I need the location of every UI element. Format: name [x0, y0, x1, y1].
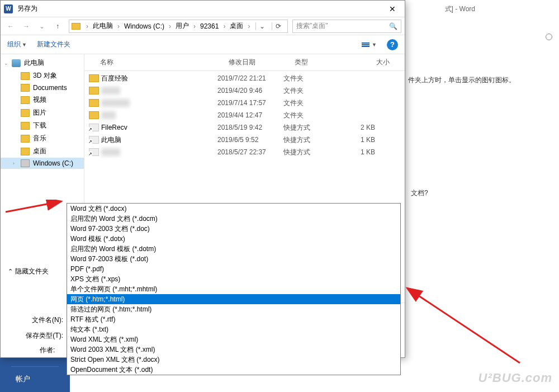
hide-folders-toggle[interactable]: ⌃ 隐藏文件夹	[8, 267, 49, 276]
folder-icon	[89, 87, 99, 95]
file-name: 百度经验	[101, 74, 128, 83]
file-type: 文件夹	[283, 86, 345, 96]
close-button[interactable]: ✕	[380, 1, 405, 17]
file-size: 1 KB	[345, 136, 378, 144]
file-size: 1 KB	[345, 148, 378, 156]
view-button[interactable]: ▼	[362, 42, 377, 48]
file-type: 文件夹	[283, 74, 345, 83]
breadcrumb-item[interactable]: 用户	[173, 21, 191, 31]
filetype-option[interactable]: Strict Open XML 文档 (*.docx)	[67, 355, 400, 365]
file-name: FileRecv	[101, 124, 127, 131]
filetype-label: 保存类型(T):	[6, 331, 67, 341]
file-row[interactable]: 此电脑2019/6/5 9:52快捷方式1 KB	[84, 134, 405, 146]
doc-question: 文档?	[411, 188, 428, 198]
breadcrumb-item[interactable]: 此电脑	[91, 21, 115, 31]
folder-icon	[72, 23, 80, 30]
folder-icon	[89, 111, 99, 119]
word-icon: W	[4, 4, 13, 13]
folder-icon	[21, 148, 30, 155]
file-row[interactable]: ███2019/4/4 12:47文件夹	[84, 109, 405, 121]
back-button[interactable]: ←	[4, 20, 17, 33]
link-icon	[89, 148, 99, 156]
file-type: 文件夹	[283, 98, 345, 108]
filetype-option[interactable]: Word XML 文档 (*.xml)	[67, 334, 400, 344]
tree-node[interactable]: 3D 对象	[1, 69, 84, 82]
file-name: ████	[101, 148, 120, 156]
filetype-option[interactable]: 筛选过的网页 (*.htm;*.html)	[67, 304, 400, 314]
filetype-option[interactable]: OpenDocument 文本 (*.odt)	[67, 365, 400, 375]
file-row[interactable]: ██████2019/7/14 17:57文件夹	[84, 97, 405, 109]
forward-button[interactable]: →	[20, 20, 33, 33]
refresh-button[interactable]: ⌄	[255, 22, 269, 30]
file-row[interactable]: ████2019/4/20 9:46文件夹	[84, 84, 405, 97]
filetype-option[interactable]: 启用宏的 Word 模板 (*.dotm)	[67, 244, 400, 254]
column-headers: 名称 修改日期 类型 大小	[84, 54, 405, 71]
up-button[interactable]: ↑	[51, 20, 64, 33]
filetype-option[interactable]: Word 文档 (*.docx)	[67, 204, 400, 214]
filetype-option[interactable]: Word 模板 (*.dotx)	[67, 234, 400, 244]
dialog-titlebar: W 另存为 ✕	[1, 1, 405, 17]
tree-label: Windows (C:)	[33, 159, 73, 167]
filetype-option[interactable]: PDF (*.pdf)	[67, 264, 400, 274]
organize-button[interactable]: 组织▼	[7, 40, 27, 49]
filetype-option[interactable]: Word 2003 XML 文档 (*.xml)	[67, 344, 400, 355]
filetype-option[interactable]: RTF 格式 (*.rtf)	[67, 314, 400, 324]
tree-node[interactable]: Documents	[1, 82, 84, 93]
tree-node[interactable]: 桌面	[1, 145, 84, 158]
dialog-title: 另存为	[17, 4, 380, 13]
tree-node[interactable]: 视频	[1, 93, 84, 106]
help-button[interactable]: ?	[387, 39, 398, 50]
tree-label: 视频	[33, 95, 46, 105]
tree-label: Documents	[33, 84, 67, 92]
nav-bar: ← → ⌄ ↑ › 此电脑› Windows (C:)› 用户› 92361› …	[1, 17, 405, 35]
refresh-button[interactable]: ⟳	[272, 22, 285, 30]
account-link[interactable]: 帐户	[16, 374, 30, 384]
tree-node[interactable]: 音乐	[1, 132, 84, 145]
breadcrumb[interactable]: › 此电脑› Windows (C:)› 用户› 92361› 桌面› ⌄ ⟳	[69, 20, 288, 33]
tree-label: 音乐	[33, 134, 46, 143]
file-row[interactable]: ████2018/5/27 22:37快捷方式1 KB	[84, 146, 405, 158]
file-row[interactable]: 百度经验2019/7/22 21:21文件夹	[84, 72, 405, 84]
filetype-option[interactable]: 网页 (*.htm;*.html)	[67, 294, 400, 304]
watermark: U²BUG.com	[479, 371, 552, 385]
tree-node[interactable]: 下载	[1, 119, 84, 132]
filetype-option[interactable]: XPS 文档 (*.xps)	[67, 274, 400, 284]
col-size[interactable]: 大小	[356, 58, 390, 67]
folder-icon	[21, 135, 30, 143]
breadcrumb-item[interactable]: 92361	[198, 22, 221, 30]
file-date: 2018/5/27 22:37	[217, 148, 283, 156]
search-input[interactable]: 搜索"桌面" 🔍	[292, 20, 401, 33]
file-type: 快捷方式	[283, 135, 345, 145]
col-type[interactable]: 类型	[295, 58, 356, 67]
link-icon	[89, 136, 99, 144]
folder-icon	[21, 96, 30, 104]
tree-node[interactable]: 图片	[1, 106, 84, 119]
col-name[interactable]: 名称	[100, 58, 229, 67]
breadcrumb-item[interactable]: 桌面	[228, 21, 245, 31]
tree-node[interactable]: ›Windows (C:)	[1, 158, 84, 169]
folder-icon	[21, 109, 30, 117]
new-folder-button[interactable]: 新建文件夹	[37, 40, 70, 49]
recent-dropdown[interactable]: ⌄	[35, 20, 49, 33]
file-size: 2 KB	[345, 124, 378, 131]
settings-icon[interactable]	[546, 34, 552, 40]
filetype-option[interactable]: 启用宏的 Word 文档 (*.docm)	[67, 214, 400, 224]
filetype-option[interactable]: 单个文件网页 (*.mht;*.mhtml)	[67, 284, 400, 294]
tree-node[interactable]: ⌄此电脑	[1, 56, 84, 69]
file-name: ████	[101, 87, 120, 95]
word-title: 式] - Word	[445, 4, 475, 14]
filetype-option[interactable]: Word 97-2003 模板 (*.dot)	[67, 254, 400, 264]
file-date: 2019/4/20 9:46	[217, 87, 283, 95]
breadcrumb-item[interactable]: Windows (C:)	[122, 22, 167, 30]
file-date: 2018/5/19 9:42	[217, 124, 283, 131]
file-type: 文件夹	[283, 111, 345, 120]
file-row[interactable]: FileRecv2018/5/19 9:42快捷方式2 KB	[84, 121, 405, 134]
file-type: 快捷方式	[283, 123, 345, 133]
chevron-icon: ⌃	[8, 268, 13, 275]
filetype-option[interactable]: 纯文本 (*.txt)	[67, 324, 400, 334]
pin-hint-text: 件夹上方时，单击显示的图钉图标。	[408, 75, 515, 85]
col-date[interactable]: 修改日期	[229, 58, 295, 67]
pc-icon	[12, 59, 21, 67]
filetype-option[interactable]: Word 97-2003 文档 (*.doc)	[67, 224, 400, 234]
file-date: 2019/4/4 12:47	[217, 111, 283, 119]
